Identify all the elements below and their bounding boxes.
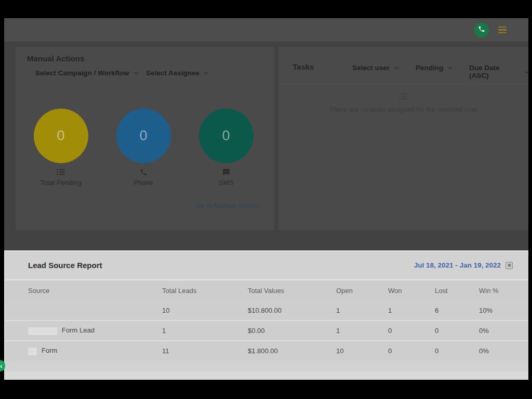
- column-header-won: Won: [388, 287, 435, 295]
- date-range-control: Jul 18, 2021 - Jan 19, 2022: [414, 261, 513, 269]
- date-range-link[interactable]: Jul 18, 2021 - Jan 19, 2022: [414, 261, 501, 269]
- chevron-down-icon: [134, 70, 138, 74]
- cell-win-pct: 0%: [479, 347, 528, 355]
- empty-tasks-list-icon: [399, 93, 408, 102]
- chevron-down-icon: [204, 70, 208, 74]
- column-header-total-leads: Total Leads: [162, 287, 248, 295]
- tasks-empty-state: There are no tasks assigned for the sele…: [278, 92, 528, 113]
- tasks-panel: Tasks Select user Pending Due Date (ASC): [278, 47, 528, 230]
- go-to-manual-actions-link[interactable]: Go to Manual Actions: [195, 202, 260, 209]
- phone-icon: [478, 25, 485, 34]
- cell-lost: 0: [435, 347, 479, 355]
- cell-won: 0: [388, 327, 435, 335]
- stat-label: SMS: [195, 179, 257, 187]
- manual-actions-panel: Manual Actions Select Campaign / Workflo…: [16, 47, 274, 230]
- redacted-source-name: [28, 348, 37, 355]
- assignee-dropdown[interactable]: Select Assignee: [146, 69, 208, 77]
- campaign-workflow-dropdown[interactable]: Select Campaign / Workflow: [35, 69, 138, 77]
- pending-list-icon: [30, 168, 92, 177]
- sms-circle: 0: [199, 109, 254, 163]
- cell-won: 1: [388, 307, 435, 314]
- lead-report-header: Lead Source Report Jul 18, 2021 - Jan 19…: [5, 251, 528, 279]
- chevron-down-icon: [394, 65, 398, 69]
- tasks-title: Tasks: [292, 62, 314, 71]
- table-row: Form Lead 1 $0.00 1 0 0 0%: [5, 321, 528, 340]
- redacted-source-name: [28, 327, 57, 335]
- screen-frame: Manual Actions Select Campaign / Workflo…: [0, 0, 532, 399]
- cell-total-values: $1.800.00: [248, 347, 336, 355]
- menu-icon[interactable]: [497, 25, 508, 35]
- cell-lost: 6: [435, 307, 479, 314]
- tasks-header: Tasks Select user Pending Due Date (ASC): [278, 47, 528, 84]
- task-sort-dropdown[interactable]: Due Date (ASC): [469, 64, 528, 79]
- chevron-down-icon: [525, 69, 528, 73]
- table-row: Form 11 $1.800.00 10 0 0 0%: [5, 341, 528, 361]
- app-window: Manual Actions Select Campaign / Workflo…: [4, 18, 528, 380]
- total-pending-circle: 0: [34, 109, 88, 163]
- lead-panel-footer: [5, 371, 528, 380]
- lead-report-title: Lead Source Report: [28, 261, 102, 270]
- chevron-down-icon: [448, 65, 452, 69]
- cell-win-pct: 0%: [479, 327, 528, 335]
- dashboard-content: Manual Actions Select Campaign / Workflo…: [4, 42, 528, 250]
- phone-call-button[interactable]: [474, 23, 489, 37]
- select-user-dropdown[interactable]: Select user: [352, 64, 398, 72]
- cell-total-leads: 10: [162, 307, 248, 314]
- tasks-empty-message: There are no tasks assigned for the sele…: [278, 105, 528, 113]
- stat-total-pending: 0 Total Pending: [30, 109, 92, 187]
- calendar-icon[interactable]: [506, 262, 513, 269]
- cell-total-values: $10.800.00: [248, 307, 336, 314]
- cell-open: 1: [336, 327, 388, 335]
- cell-open: 1: [336, 307, 388, 314]
- stat-label: Phone: [112, 179, 175, 187]
- cell-open: 10: [336, 347, 388, 355]
- cell-source: Form: [28, 347, 162, 355]
- column-header-open: Open: [336, 287, 388, 295]
- task-status-dropdown[interactable]: Pending: [416, 64, 451, 72]
- stat-sms: 0 SMS: [195, 109, 257, 187]
- manual-actions-title: Manual Actions: [27, 54, 84, 63]
- column-header-win-pct: Win %: [479, 287, 528, 295]
- column-header-total-values: Total Values: [248, 287, 336, 295]
- cell-won: 0: [388, 347, 435, 355]
- chevron-left-icon: ‹: [0, 363, 2, 369]
- table-row: 10 $10.800.00 1 1 6 10%: [5, 301, 528, 320]
- cell-total-leads: 1: [162, 327, 248, 335]
- cell-total-values: $0.00: [248, 327, 336, 335]
- stat-label: Total Pending: [30, 179, 92, 187]
- lead-table-header-row: Source Total Leads Total Values Open Won…: [5, 279, 528, 301]
- stat-phone: 0 Phone: [112, 109, 175, 187]
- cell-source: Form Lead: [28, 326, 162, 335]
- lead-source-report-panel: Lead Source Report Jul 18, 2021 - Jan 19…: [4, 250, 528, 380]
- cell-total-leads: 11: [162, 347, 248, 355]
- cell-lost: 0: [435, 327, 479, 335]
- phone-icon: [112, 168, 175, 177]
- top-bar: [4, 18, 528, 42]
- column-header-source: Source: [28, 287, 162, 295]
- phone-circle: 0: [116, 109, 171, 163]
- cell-win-pct: 10%: [479, 307, 528, 314]
- column-header-lost: Lost: [435, 287, 479, 295]
- sms-bubble-icon: [195, 168, 257, 177]
